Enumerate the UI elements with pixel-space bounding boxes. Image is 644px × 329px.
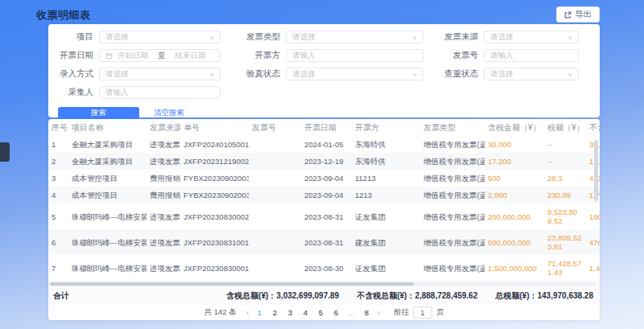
filter-input[interactable]: 请输入 <box>484 49 579 62</box>
filter-field: 开票日期开始日期至结束日期 <box>52 49 233 62</box>
select-placeholder: 请选择 <box>292 32 316 43</box>
prev-page-icon[interactable]: ‹ <box>246 308 250 317</box>
cell-date: 2023-09-04 <box>301 170 352 187</box>
page-button[interactable]: 5 <box>316 308 325 317</box>
cell-invoice-no <box>249 170 301 187</box>
input-placeholder: 请输入 <box>292 51 316 61</box>
cell-source: 进项发票 <box>147 204 180 229</box>
next-page-icon[interactable]: › <box>377 308 380 317</box>
filter-field: 发票号请输入 <box>436 49 592 62</box>
page-button[interactable]: 4 <box>300 308 310 317</box>
vertical-scrollbar[interactable] <box>594 140 598 201</box>
sidebar-collapsed-handle[interactable] <box>0 142 10 162</box>
column-header: 发票来源 <box>147 119 180 136</box>
column-header: 开票日期 <box>301 119 352 136</box>
cell-amount-incl: 500,000,000 <box>485 229 544 255</box>
page-ellipsis: ... <box>346 308 356 317</box>
cell-date: 2024-01-05 <box>301 136 352 153</box>
filter-select[interactable]: 请选择∨ <box>99 68 221 80</box>
input-placeholder: 请输入 <box>490 51 514 61</box>
cell-doc-no: FYBX20230902003 <box>180 187 249 204</box>
chevron-down-icon: ∨ <box>209 71 214 76</box>
cell-no: 5 <box>48 204 68 229</box>
cell-type: 增值税专用发票(蓝) <box>420 255 485 281</box>
cell-issuer: 东海特供 <box>352 153 420 170</box>
cell-amount-incl: 17,200 <box>485 153 544 170</box>
filter-field-label: 发票类型 <box>233 31 280 43</box>
cell-no: 1 <box>48 136 68 153</box>
filter-field: 项目请选择∨ <box>52 31 233 43</box>
cell-no: 2 <box>48 153 68 170</box>
cell-source: 费用报销 <box>147 170 180 187</box>
filter-select[interactable]: 请选择∨ <box>286 68 423 80</box>
column-header: 发票号 <box>249 119 301 136</box>
filter-select[interactable]: 请选择∨ <box>286 31 423 43</box>
cell-issuer: 证发集团 <box>352 255 420 281</box>
cell-project: 珠穆朗玛峰—电梯安装 <box>68 204 147 229</box>
calendar-icon <box>105 52 113 60</box>
filter-field-label: 开票日期 <box>52 50 93 61</box>
clear-search-link[interactable]: 清空搜索 <box>154 108 184 118</box>
cell-date: 2023-08-31 <box>301 229 352 255</box>
cell-type: 增值税专用发票(蓝) <box>420 187 485 204</box>
chevron-down-icon: ∨ <box>412 71 417 76</box>
cell-invoice-no <box>249 204 301 229</box>
cell-project: 成本管控项目 <box>68 187 147 204</box>
filter-field-label: 验真状态 <box>233 68 280 80</box>
table-row: 7珠穆朗玛峰—电梯安装进项发票JXFP202308300012023-08-30… <box>48 255 600 281</box>
cell-tax: 28.3 <box>544 170 586 187</box>
cell-doc-no: JXFP20230830001 <box>180 255 249 281</box>
goto-page: 前往 页 <box>394 306 444 319</box>
filter-select[interactable]: 请选择∨ <box>484 68 579 80</box>
page-button[interactable]: 1 <box>254 308 264 317</box>
search-button[interactable]: 搜索 <box>58 107 139 119</box>
filter-input[interactable]: 请输入 <box>99 86 221 99</box>
cell-invoice-no <box>249 187 301 204</box>
cell-doc-no: FYBX20230902003 <box>180 170 249 187</box>
page-button[interactable]: 8 <box>361 308 371 317</box>
goto-unit: 页 <box>436 307 444 318</box>
cell-amount-incl: 30,000 <box>485 136 544 153</box>
filter-input[interactable]: 请输入 <box>286 49 423 62</box>
filter-field-label: 发票号 <box>436 50 478 61</box>
cell-project: 珠穆朗玛峰—电梯安装 <box>68 229 147 255</box>
cell-doc-no: JXFP20231219002 <box>180 153 249 170</box>
total-excl-tax: 不含税总额(¥)：2,888,728,459.62 <box>357 290 477 302</box>
filter-field-label: 开票方 <box>233 50 280 61</box>
cell-no: 6 <box>48 229 68 255</box>
table-row: 4成本管控项目费用报销FYBX202309020032023-09-041213… <box>48 187 600 204</box>
page-button[interactable]: 3 <box>285 308 295 317</box>
cell-type: 增值税专用发票(蓝) <box>420 229 485 255</box>
cell-invoice-no <box>249 255 301 281</box>
cell-project: 金融大厦采购项目 <box>68 153 147 170</box>
filter-select[interactable]: 请选择∨ <box>99 31 221 43</box>
page-button[interactable]: 6 <box>331 308 341 317</box>
date-range-picker[interactable]: 开始日期至结束日期 <box>99 49 221 62</box>
cell-doc-no: JXFP20230831001 <box>180 229 249 255</box>
cell-amount-incl: 200,000,000 <box>485 204 544 229</box>
date-separator: 至 <box>158 51 166 61</box>
horizontal-scrollbar[interactable] <box>50 282 414 286</box>
filter-panel: 项目请选择∨发票类型请选择∨发票来源请选择∨开票日期开始日期至结束日期开票方请输… <box>48 24 600 117</box>
filter-select[interactable]: 请选择∨ <box>484 31 579 43</box>
input-placeholder: 请输入 <box>105 88 129 98</box>
export-button[interactable]: 导出 <box>556 6 600 23</box>
invoice-table: 序号项目名称发票来源单号发票号开票日期开票方发票类型含税金额（¥）税额（¥）不含… <box>48 119 600 286</box>
cell-amount-incl: 2,000 <box>485 187 544 204</box>
page-button[interactable]: 2 <box>270 308 279 317</box>
cell-doc-no: JXFP20230830002 <box>180 204 249 229</box>
cell-tax: 23,809,523.81 <box>544 229 586 255</box>
cell-source: 进项发票 <box>147 229 180 255</box>
table-row: 3成本管控项目费用报销FYBX202309020032023-09-041121… <box>48 170 600 187</box>
export-button-label: 导出 <box>575 9 592 20</box>
cell-no: 4 <box>48 187 68 204</box>
chevron-down-icon: ∨ <box>568 71 572 76</box>
filter-field: 采集人请输入 <box>52 86 233 99</box>
cell-tax: -- <box>544 153 586 170</box>
cell-no: 3 <box>48 170 68 187</box>
cell-source: 进项发票 <box>147 136 180 153</box>
goto-page-input[interactable] <box>413 306 432 319</box>
cell-amount-excl: 1,428,571,428.57 <box>586 255 600 281</box>
cell-tax: 71,428,571.43 <box>544 255 586 281</box>
cell-tax: -- <box>544 136 586 153</box>
